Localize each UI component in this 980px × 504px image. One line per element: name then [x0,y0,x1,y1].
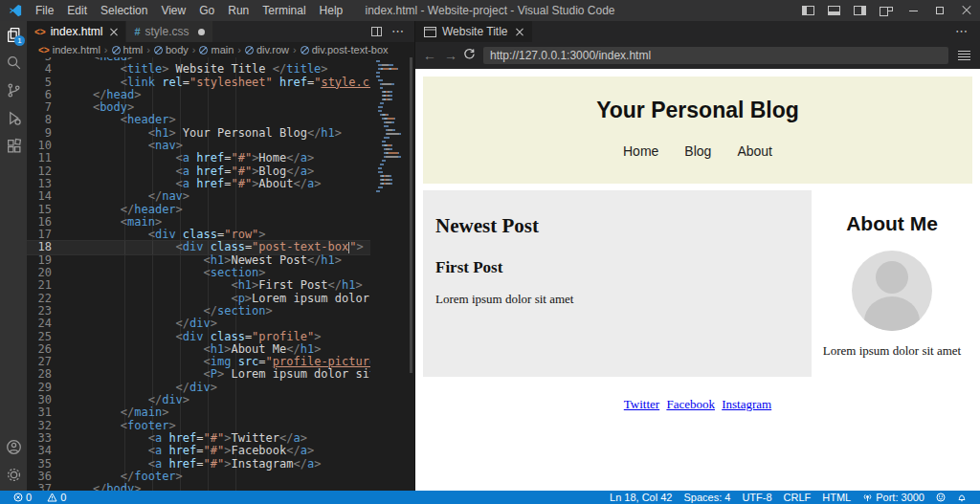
eol-sequence[interactable]: CRLF [778,492,817,503]
editor-scrollbar[interactable] [410,57,412,373]
feedback-icon[interactable] [930,493,951,502]
menu-item-file[interactable]: File [29,0,60,21]
code-line-28[interactable]: 28 <P> Lorem ipsum dolor sit amet</P> [27,368,414,381]
code-line-6[interactable]: 6 </head> [27,89,414,101]
explorer-icon[interactable]: 1 [0,21,27,49]
code-line-36[interactable]: 36 </footer> [27,471,414,483]
code-line-10[interactable]: 10 <nav> [27,140,414,152]
code-line-34[interactable]: 34 <a href="#">Facebook</a> [27,445,414,457]
search-icon[interactable] [0,49,27,77]
menu-item-run[interactable]: Run [221,0,256,21]
preview-panel: Website Title ⋯ ← → http://127.0.0.1:300… [414,21,980,491]
blog-nav-link-about[interactable]: About [737,143,772,159]
forward-icon[interactable]: → [442,48,459,63]
line-number: 25 [27,331,65,343]
minimap[interactable] [370,57,414,491]
breadcrumb-item-body[interactable]: body [154,44,189,55]
menu-item-view[interactable]: View [154,0,192,21]
toggle-secondary-sidebar-icon[interactable] [854,6,866,15]
code-line-12[interactable]: 12 <a href="#">Blog</a> [27,165,414,178]
code-line-11[interactable]: 11 <a href="#">Home</a> [27,152,414,164]
code-line-24[interactable]: 24 </div> [27,318,414,330]
breadcrumb-item-div.row[interactable]: div.row [245,44,289,55]
code-line-5[interactable]: 5 <link rel="stylesheet" href="style.css… [27,77,414,89]
encoding[interactable]: UTF-8 [736,492,777,503]
cursor-position[interactable]: Ln 18, Col 42 [604,492,678,503]
code-line-20[interactable]: 20 <section> [27,267,414,279]
preview-menu-icon[interactable] [958,51,970,61]
footer-link-twitter[interactable]: Twitter [624,397,659,411]
code-line-35[interactable]: 35 <a href="#">Instagram</a> [27,458,414,471]
indentation[interactable]: Spaces: 4 [678,492,736,503]
menu-item-go[interactable]: Go [192,0,221,21]
language-mode[interactable]: HTML [816,492,857,503]
code-line-23[interactable]: 23 </section> [27,305,414,318]
blog-header: Your Personal Blog HomeBlogAbout [423,77,972,184]
tab-style.css[interactable]: #style.css [126,21,212,42]
code-line-37[interactable]: 37 </body> [27,483,414,491]
code-line-13[interactable]: 13 <a href="#">About</a> [27,178,414,190]
url-input[interactable]: http://127.0.0.1:3000/index.html [483,47,948,64]
code-line-4[interactable]: 4 <title> Website Title </title> [27,63,414,76]
tab-index.html[interactable]: <>index.html [27,21,126,42]
notifications-bell-icon[interactable] [951,493,972,502]
close-button[interactable] [953,0,980,21]
code-line-32[interactable]: 32 <footer> [27,420,414,432]
toggle-panel-icon[interactable] [828,6,840,15]
code-line-16[interactable]: 16 <main> [27,216,414,229]
toggle-sidebar-icon[interactable] [802,6,814,15]
customize-layout-icon[interactable] [880,6,893,16]
code-line-17[interactable]: 17 <div class="row"> [27,229,414,241]
post-body: Lorem ipsum dolor sit amet [435,292,812,307]
back-icon[interactable]: ← [421,48,438,63]
menu-item-help[interactable]: Help [313,0,350,21]
code-line-7[interactable]: 7 <body> [27,101,414,114]
menu-item-selection[interactable]: Selection [94,0,154,21]
code-line-14[interactable]: 14 </nav> [27,190,414,203]
code-line-26[interactable]: 26 <h1>About Me</h1> [27,343,414,356]
preview-tab[interactable]: Website Title [415,21,533,42]
minimize-button[interactable] [900,0,926,21]
code-line-25[interactable]: 25 <div class="profile"> [27,331,414,343]
menu-item-terminal[interactable]: Terminal [256,0,312,21]
settings-gear-icon[interactable] [0,461,27,489]
source-control-icon[interactable] [0,77,27,104]
code-line-15[interactable]: 15 </header> [27,204,414,216]
code-line-19[interactable]: 19 <h1>Newest Post</h1> [27,254,414,267]
problems-errors[interactable]: 0 [8,492,37,503]
preview-tab-close-icon[interactable] [516,28,523,35]
code-line-30[interactable]: 30 </div> [27,394,414,406]
code-line-27[interactable]: 27 <img src="profile-picture.png"> [27,356,414,368]
breadcrumb-item-index.html[interactable]: <>index.html [38,44,100,55]
code-line-22[interactable]: 22 <p>Lorem ipsum dolor sit amet</p> [27,293,414,305]
code-line-21[interactable]: 21 <h1>First Post</h1> [27,279,414,292]
live-server-port[interactable]: Port: 3000 [857,492,930,503]
reload-icon[interactable] [463,47,476,64]
menu-item-edit[interactable]: Edit [60,0,94,21]
preview-more-actions-icon[interactable]: ⋯ [955,27,969,36]
breadcrumb-item-div.post-text-box[interactable]: div.post-text-box [301,44,389,55]
footer-link-facebook[interactable]: Facebook [666,397,715,411]
extensions-icon[interactable] [0,132,27,160]
editor-more-actions-icon[interactable]: ⋯ [391,27,405,36]
blog-nav-link-blog[interactable]: Blog [684,143,711,159]
code-line-18[interactable]: 18 <div class="post-text-box"> [27,241,414,253]
code-line-9[interactable]: 9 <h1> Your Personal Blog</h1> [27,127,414,140]
unsaved-dot-icon[interactable] [198,29,205,35]
blog-nav-link-home[interactable]: Home [623,143,658,159]
tab-close-icon[interactable] [110,28,118,35]
code-line-29[interactable]: 29 </div> [27,382,414,394]
code-editor[interactable]: 3 <head>4 <title> Website Title </title>… [27,57,414,491]
tab-label: index.html [51,25,103,38]
breadcrumb-item-main[interactable]: main [199,44,234,55]
breadcrumb-item-html[interactable]: html [112,44,144,55]
problems-warnings[interactable]: 0 [41,492,72,503]
code-line-8[interactable]: 8 <header> [27,114,414,126]
code-line-31[interactable]: 31 </main> [27,406,414,419]
split-editor-icon[interactable] [371,27,382,36]
account-icon[interactable] [0,433,27,461]
code-line-33[interactable]: 33 <a href="#">Twitter</a> [27,432,414,445]
run-debug-icon[interactable] [0,104,27,132]
maximize-button[interactable] [926,0,953,21]
footer-link-instagram[interactable]: Instagram [722,397,771,411]
